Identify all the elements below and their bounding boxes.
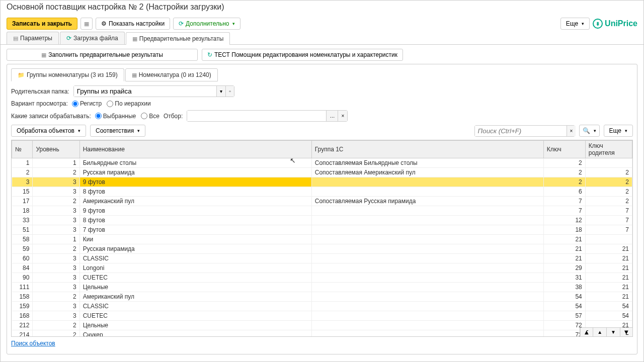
tab-preview[interactable]: Предварительные результаты [126,32,230,45]
data-table[interactable]: № Уровень Наименование Группа 1С Ключ Кл… [12,140,632,337]
col-group[interactable]: Группа 1С [311,141,543,158]
filter-label: Отбор: [164,113,183,120]
preview-icon [132,35,137,42]
fill-icon [41,51,46,58]
table-row[interactable]: 1683CUETEC5754 [12,311,632,321]
radio-hierarchy-label: По иерархии [115,100,150,107]
table-row[interactable]: 581Кии21 [12,235,632,244]
table-row[interactable]: 1113Цельные3821 [12,283,632,292]
save-icon [84,20,89,27]
logo: ⬍UniPrice [593,19,637,29]
radio-selected-label: Выбранные [103,113,136,120]
params-icon [13,35,18,42]
page-title: Основной поставщик настройка № 2 (Настро… [1,1,643,16]
scroll-bottom-button[interactable]: ▼̲ [620,328,632,336]
gear-icon [101,20,107,27]
more-label: Дополнительно [186,20,229,27]
table-row[interactable]: 1839 футов77 [12,206,632,216]
subtab-groups-label: Группы номенклатуры (3 из 159) [27,71,118,78]
parent-folder-dropdown[interactable]: ▾ [216,86,225,97]
fill-preview-label: Заполнить предварительные результаты [48,51,163,58]
search-objects-link[interactable]: Поиск объектов [11,337,55,350]
test-helper-button[interactable]: ТЕСТ Помощник редактирования номенклатур… [202,49,403,61]
table-row[interactable]: 172Американский пулСопоставляемая Русска… [12,197,632,206]
nomenclature-icon [132,71,137,78]
search-input[interactable] [475,126,567,136]
tab-params[interactable]: Параметры [7,32,59,44]
table-row[interactable]: 339 футов22 [12,177,632,187]
folder-icon [18,71,25,78]
radio-all[interactable]: Все [141,113,159,120]
more-button[interactable]: Дополнительно [173,18,240,30]
col-num[interactable]: № [12,141,33,158]
subtab-nomenclature-label: Номенклатура (0 из 1240) [139,71,211,78]
scroll-down-button[interactable]: ▼ [606,328,620,336]
tab-params-label: Параметры [20,35,52,42]
process-objects-button[interactable]: Обработка объектов [11,125,86,137]
col-pkey[interactable]: Ключ родителя [585,141,632,158]
table-row[interactable]: 1538 футов62 [12,187,632,197]
search-clear-button[interactable]: × [567,126,576,136]
table-row[interactable]: 1582Американский пул5421 [12,292,632,302]
table-row[interactable]: 22Русская пирамидаСопоставляемая Америка… [12,168,632,177]
tab-preview-label: Предварительные результаты [139,35,224,42]
filter-input[interactable] [187,111,326,121]
table-more-button[interactable]: Еще [604,125,633,137]
col-name[interactable]: Наименование [79,141,311,158]
table-row[interactable]: 603CLASSIC2121 [12,254,632,263]
show-settings-button[interactable]: Показать настройки [96,18,170,30]
radio-register[interactable]: Регистр [72,100,102,107]
tab-load-file-label: Загрузка файла [73,35,118,42]
scroll-up-button[interactable]: ▲ [593,328,606,336]
logo-icon: ⬍ [593,19,603,29]
more-right-button[interactable]: Еще [560,18,590,30]
subtab-nomenclature[interactable]: Номенклатура (0 из 1240) [125,68,218,81]
show-settings-label: Показать настройки [109,20,165,27]
correspondence-button[interactable]: Соответствия [90,125,145,137]
upload-icon [66,35,71,42]
table-row[interactable]: 1593CLASSIC5454 [12,302,632,311]
parent-folder-open[interactable]: ▫ [225,86,234,97]
search-button[interactable]: 🔍 [579,125,600,137]
refresh-icon [207,51,212,58]
table-row[interactable]: 5137 футов187 [12,225,632,235]
table-row[interactable]: 11Бильярдные столыСопоставляемая Бильярд… [12,158,632,168]
logo-text: UniPrice [605,19,637,28]
filter-more-button[interactable]: … [326,111,338,121]
table-row[interactable]: 2122Цельные7221 [12,321,632,330]
more-icon [179,20,184,27]
col-level[interactable]: Уровень [33,141,79,158]
save-button[interactable] [80,18,93,30]
tab-load-file[interactable]: Загрузка файла [60,32,125,44]
save-close-button[interactable]: Записать и закрыть [7,18,77,30]
radio-register-label: Регистр [80,100,102,107]
radio-selected[interactable]: Выбранные [95,113,136,120]
records-label: Какие записи обрабатывать: [11,113,91,120]
scroll-top-button[interactable]: ▲̄ [580,328,593,336]
table-row[interactable]: 903CUETEC3121 [12,273,632,283]
table-row[interactable]: 3338 футов127 [12,216,632,225]
radio-hierarchy[interactable]: По иерархии [107,100,150,107]
radio-all-label: Все [149,113,159,120]
table-row[interactable]: 592Русская пирамида2121 [12,244,632,254]
table-row[interactable]: 843Longoni2921 [12,263,632,273]
table-row[interactable]: 2142Снукер7321 [12,330,632,337]
col-key[interactable]: Ключ [543,141,585,158]
fill-preview-button[interactable]: Заполнить предварительные результаты [7,49,198,61]
parent-folder-input[interactable] [74,86,216,97]
subtab-groups[interactable]: Группы номенклатуры (3 из 159) [11,68,124,81]
test-helper-label: ТЕСТ Помощник редактирования номенклатур… [214,51,397,58]
parent-folder-label: Родительская папка: [11,88,69,95]
view-variant-label: Вариант просмотра: [11,100,68,107]
filter-clear-button[interactable]: × [338,111,347,121]
